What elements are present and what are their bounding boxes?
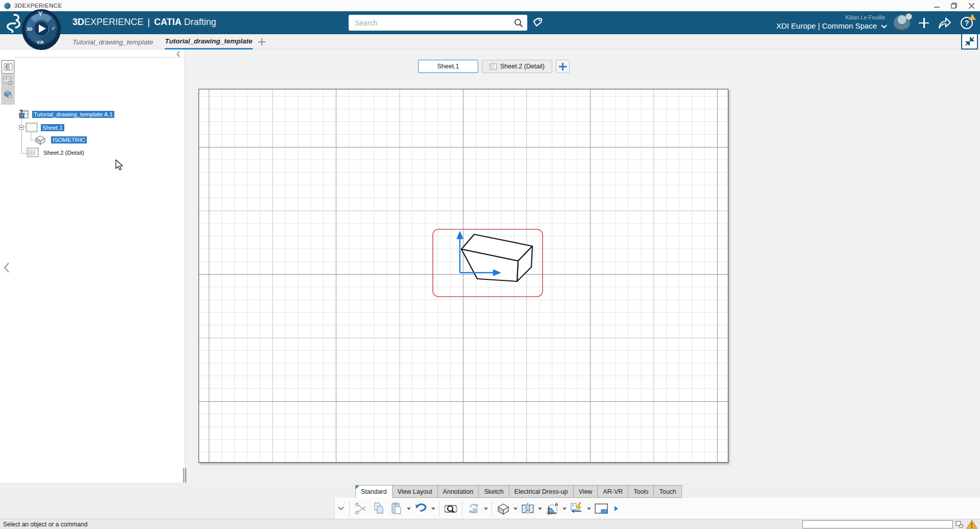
tab-tools-label: Tools — [633, 488, 648, 495]
tab-tools[interactable]: Tools — [628, 485, 654, 498]
close-button[interactable] — [963, 0, 980, 11]
update-button[interactable] — [465, 500, 482, 517]
tab-view-layout[interactable]: View Layout — [392, 485, 438, 498]
tab-annotation[interactable]: Annotation — [437, 485, 479, 498]
tab-standard-label: Standard — [361, 488, 387, 495]
title-bar: 3DEXPERIENCE — [0, 0, 980, 11]
add-content-button[interactable] — [919, 18, 929, 28]
search-icon[interactable] — [510, 15, 527, 31]
3ds-logo-icon — [4, 13, 22, 33]
tree-view-button[interactable] — [2, 60, 14, 74]
minimize-button[interactable] — [928, 0, 945, 11]
ribbon-tab-bar: Standard View Layout Annotation Sketch E… — [356, 485, 682, 498]
standard-toolbar: A — [336, 499, 621, 518]
tab-sketch[interactable]: Sketch — [478, 485, 509, 498]
exit-fullframe-button[interactable] — [961, 33, 978, 50]
electrical-options-arrow[interactable] — [586, 500, 592, 517]
update-options-arrow[interactable] — [483, 500, 488, 517]
view-creation-options-arrow[interactable] — [513, 500, 518, 517]
tab-annotation-label: Annotation — [443, 488, 474, 495]
tree-row-sheet1[interactable]: Sheet.1 — [19, 123, 64, 132]
doc-tab-2-active[interactable]: Tutorial_drawing_template — [165, 34, 253, 50]
view-creation-icon — [496, 501, 511, 516]
tab-electrical-dressup[interactable]: Electrical Dress-up — [509, 485, 574, 498]
sheet-tab-2-label: Sheet.2 (Detail) — [500, 63, 545, 70]
sheet-tab-1[interactable]: Sheet.1 — [418, 60, 478, 73]
undo-button[interactable] — [413, 500, 429, 517]
paste-button[interactable] — [388, 500, 405, 517]
zoom-area-button[interactable] — [443, 500, 459, 517]
share-icon[interactable] — [938, 16, 952, 30]
panel-mode-strip — [1, 60, 15, 105]
restore-button[interactable] — [945, 0, 963, 11]
tab-touch-label: Touch — [659, 488, 676, 495]
doc-tab-2-label: Tutorial_drawing_template — [165, 37, 253, 45]
search-input[interactable] — [349, 19, 510, 27]
tab-view-label: View — [579, 488, 593, 495]
main-header: 3DEXPERIENCE|CATIA Drafting Kilian Le Fo… — [0, 11, 980, 34]
chevron-down-icon — [338, 507, 344, 511]
sheet-tab-bar: Sheet.1 Sheet.2 (Detail) — [418, 60, 570, 73]
tree-sheet1-label[interactable]: Sheet.1 — [41, 124, 64, 131]
section-view-icon — [520, 501, 535, 516]
projection-options-arrow[interactable] — [562, 500, 567, 517]
warning-icon[interactable] — [966, 520, 977, 529]
tab-ar-vr-label: AR-VR — [603, 488, 623, 495]
doc-tab-1[interactable]: Tutorial_drawing_template — [72, 34, 153, 50]
sidebar-collapse-chevron-icon[interactable] — [3, 261, 11, 274]
tab-electrical-dressup-label: Electrical Dress-up — [514, 488, 568, 495]
tree-row-isometric[interactable]: ISOMETRIC — [34, 134, 87, 146]
copy-icon — [372, 502, 385, 515]
status-message: Select an object or a command — [3, 521, 87, 528]
drawing-sheet[interactable] — [199, 89, 728, 463]
tag-icon[interactable] — [532, 17, 546, 30]
tree-root-row[interactable]: Tutorial_drawing_template A.1 — [18, 109, 114, 119]
sheet-view-button[interactable] — [1, 74, 14, 87]
tab-standard[interactable]: Standard — [355, 485, 393, 498]
paste-icon — [390, 502, 403, 515]
tree-isometric-label[interactable]: ISOMETRIC — [51, 136, 87, 143]
svg-text:A: A — [555, 502, 558, 507]
tab-sketch-label: Sketch — [484, 488, 503, 495]
tree-row-sheet2[interactable]: Sheet.2 (Detail) — [27, 148, 86, 157]
tree-sheet2-label[interactable]: Sheet.2 (Detail) — [42, 149, 86, 156]
tab-ar-vr[interactable]: AR-VR — [597, 485, 628, 498]
panel-divider — [14, 57, 185, 58]
3dexperience-compass[interactable] — [21, 7, 61, 50]
drawing-canvas[interactable]: Sheet.1 Sheet.2 (Detail) — [185, 50, 980, 483]
toolbar-options-button[interactable] — [336, 500, 346, 517]
sheet-icon — [26, 123, 38, 132]
paste-options-arrow[interactable] — [406, 500, 411, 517]
copy-button[interactable] — [371, 500, 387, 517]
section-view-options-arrow[interactable] — [537, 500, 543, 517]
add-sheet-button[interactable] — [556, 60, 570, 73]
more-tools-arrow-icon — [614, 506, 619, 512]
projection-angle-icon: A — [545, 501, 560, 516]
cut-icon — [354, 502, 368, 515]
help-button[interactable]: ? — [961, 17, 973, 29]
new-tab-button[interactable] — [257, 37, 266, 46]
electrical-exchange-icon — [569, 501, 584, 516]
brand-catia: CATIA — [154, 17, 182, 27]
user-avatar[interactable] — [894, 15, 910, 31]
brand-3d: 3D — [72, 17, 84, 27]
command-input[interactable] — [802, 520, 953, 528]
expand-minus-icon[interactable] — [19, 125, 23, 130]
undo-options-arrow[interactable] — [431, 500, 436, 517]
user-workspace-menu[interactable]: Kilian Le Fouille XDI Europe | Common Sp… — [776, 14, 885, 31]
projection-angle-button[interactable]: A — [544, 500, 560, 517]
electrical-exchange-button[interactable] — [569, 500, 585, 517]
section-view-button[interactable] — [520, 500, 536, 517]
frame-creation-button[interactable] — [593, 500, 609, 517]
tab-view[interactable]: View — [573, 485, 598, 498]
view-creation-button[interactable] — [495, 500, 511, 517]
tree-root-label[interactable]: Tutorial_drawing_template A.1 — [32, 111, 114, 118]
window-state-icon[interactable] — [955, 521, 963, 528]
cut-button[interactable] — [353, 500, 369, 517]
panel-collapse-icon[interactable] — [175, 51, 182, 58]
doc-tab-1-label: Tutorial_drawing_template — [72, 38, 153, 46]
more-tools-button[interactable] — [611, 500, 621, 517]
sheet-tab-2[interactable]: Sheet.2 (Detail) — [482, 60, 552, 73]
part-view-button[interactable] — [1, 87, 14, 101]
tab-touch[interactable]: Touch — [653, 485, 681, 498]
